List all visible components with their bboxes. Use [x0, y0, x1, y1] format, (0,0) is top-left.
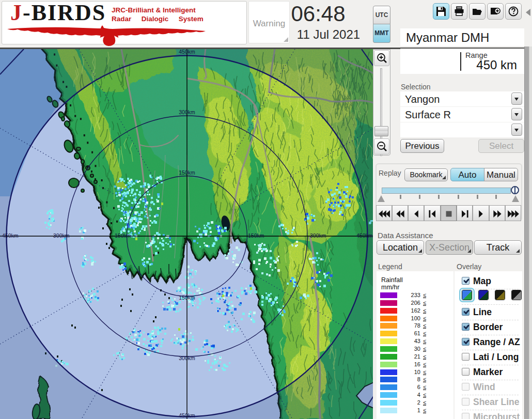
svg-text:300km: 300km: [179, 355, 195, 361]
svg-text:150km: 150km: [248, 232, 264, 239]
svg-text:300km: 300km: [310, 232, 326, 239]
svg-text:450km: 450km: [356, 232, 373, 239]
svg-text:450km: 450km: [2, 232, 19, 239]
svg-text:450km: 450km: [179, 412, 195, 418]
svg-text:450km: 450km: [179, 49, 195, 55]
svg-text:300km: 300km: [53, 232, 70, 239]
svg-text:150km: 150km: [179, 294, 195, 301]
svg-text:150km: 150km: [179, 169, 195, 176]
svg-text:150km: 150km: [115, 232, 131, 239]
svg-text:300km: 300km: [179, 109, 195, 115]
